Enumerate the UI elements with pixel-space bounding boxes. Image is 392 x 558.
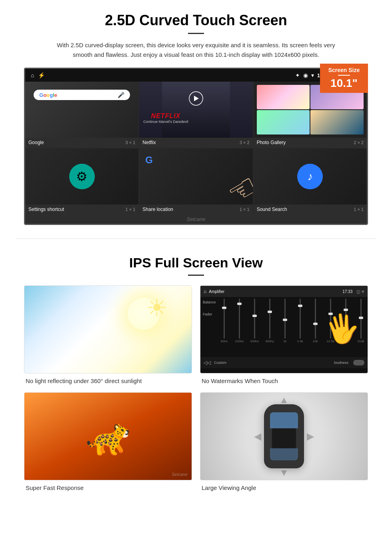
cheetah-image: 🐆 Seicane (24, 392, 192, 480)
photo-thumb-3 (257, 110, 310, 134)
netflix-play-button[interactable] (189, 91, 203, 106)
amp-title: Amplifier (209, 289, 224, 294)
screen-size-badge: Screen Size 10.1" (320, 64, 368, 93)
settings-tile-inner: ⚙ (25, 149, 138, 205)
cheetah-emoji: 🐆 (86, 415, 130, 458)
sound-search-circle: ♪ (297, 164, 323, 189)
share-tile-bg: G (139, 149, 252, 205)
sound-search-name: Sound Search (257, 207, 287, 212)
cheetah-label: Super Fast Response (24, 484, 192, 491)
status-bar: ⌂ ⚡ ✦ ◉ ▾ 15:06 ◫ ♪ ✕ ▭ (25, 69, 367, 82)
section1-divider (188, 33, 204, 34)
photo-gallery-size: 2 × 2 (354, 140, 364, 145)
feature-cheetah: 🐆 Seicane Super Fast Response (24, 392, 192, 491)
seicane-watermark-1: Seicane (25, 215, 367, 224)
google-search-bar[interactable]: Google 🎤 (34, 90, 130, 100)
amp-custom-label: Custom (214, 361, 226, 365)
netflix-app-name: Netflix (142, 140, 156, 145)
google-tile-bg: Google 🎤 (25, 82, 138, 138)
settings-gear-circle: ⚙ (69, 164, 95, 189)
netflix-logo: NETFLIX (143, 112, 188, 120)
share-location-label: Share location 1 × 1 (139, 205, 252, 215)
amp-fader-label: Fader (203, 312, 216, 316)
sunlight-image (24, 285, 192, 373)
google-tile-label: Google 3 × 1 (25, 138, 138, 148)
amplifier-label: No Watermarks When Touch (200, 377, 368, 384)
location-icon: ◉ (303, 72, 308, 78)
wifi-icon: ▾ (311, 72, 314, 78)
settings-tile[interactable]: ⚙ Settings shortcut 1 × 1 (25, 149, 138, 215)
sunlight-label: No light reflecting under 360° direct su… (24, 377, 192, 384)
netflix-tile-bg: NETFLIX Continue Marvel's Daredevil (139, 82, 252, 138)
bluetooth-icon: ✦ (295, 72, 300, 78)
status-left-icons: ⌂ ⚡ (31, 72, 45, 78)
google-tile-inner: Google 🎤 (25, 82, 138, 138)
google-mic-icon[interactable]: 🎤 (118, 92, 124, 98)
google-app-name: Google (28, 140, 44, 145)
amplifier-visual: ⌂ Amplifier 17:33 ◫ ✕ Balance Fader (200, 286, 368, 373)
eq-bar-2-5k: 2.5k (293, 299, 307, 343)
share-location-size: 1 × 1 (240, 207, 250, 212)
android-screen: ⌂ ⚡ ✦ ◉ ▾ 15:06 ◫ ♪ ✕ ▭ (24, 68, 368, 225)
car-windshield (270, 412, 298, 428)
share-location-name: Share location (142, 207, 173, 212)
badge-size: 10.1" (326, 77, 362, 90)
arrow-top-icon: ▲ (279, 394, 289, 405)
feature-sunlight: No light reflecting under 360° direct su… (24, 285, 192, 384)
netflix-subtitle: Continue Marvel's Daredevil (143, 120, 188, 124)
photo-gallery-label: Photo Gallery 2 × 2 (254, 138, 367, 148)
section1-title: 2.5D Curved Touch Screen (24, 12, 368, 29)
badge-dash (338, 75, 350, 76)
google-app-tile[interactable]: Google 🎤 Google 3 × 1 (25, 82, 138, 148)
amp-balance-label: Balance (203, 300, 216, 304)
photo-thumb-4 (310, 110, 364, 134)
car-rear-window (270, 448, 298, 460)
google-app-size: 3 × 1 (126, 140, 136, 145)
section-curved-screen: 2.5D Curved Touch Screen With 2.5D curve… (0, 0, 392, 235)
photo-gallery-name: Photo Gallery (257, 140, 286, 145)
app-grid: Google 🎤 Google 3 × 1 (25, 82, 367, 215)
share-location-tile[interactable]: G ☞ Share location 1 × 1 (139, 149, 252, 215)
home-icon[interactable]: ⌂ (31, 72, 34, 78)
arrow-bottom-icon: ▼ (279, 467, 289, 478)
amplifier-image: ⌂ Amplifier 17:33 ◫ ✕ Balance Fader (200, 285, 368, 373)
netflix-person-bg (162, 82, 230, 138)
amp-footer: ◁◁ Custom loudness (200, 357, 368, 368)
car-visual: ▲ ▼ ◀ ▶ (200, 393, 368, 480)
section1-description: With 2.5D curved-display screen, this de… (56, 40, 336, 60)
section-divider (16, 239, 376, 239)
sound-search-label: Sound Search 1 × 1 (254, 205, 367, 215)
amp-icons: ◫ ✕ (356, 289, 364, 294)
amp-labels: Balance Fader (200, 297, 216, 357)
photo-thumb-1 (257, 85, 310, 109)
netflix-tile-label: Netflix 3 × 2 (139, 138, 252, 148)
amp-loudness-toggle[interactable] (353, 360, 364, 365)
car-image: ▲ ▼ ◀ ▶ (200, 392, 368, 480)
settings-app-name: Settings shortcut (28, 207, 64, 212)
feature-car: ▲ ▼ ◀ ▶ Large Viewing Angle (200, 392, 368, 491)
netflix-app-tile[interactable]: NETFLIX Continue Marvel's Daredevil Netf… (139, 82, 252, 148)
arrow-left-icon: ◀ (254, 431, 261, 442)
screen-mockup-container: Screen Size 10.1" ⌂ ⚡ ✦ ◉ ▾ 15:06 ◫ ♪ ✕ (24, 68, 368, 225)
netflix-tile-inner: NETFLIX Continue Marvel's Daredevil (139, 82, 252, 138)
settings-tile-bg: ⚙ (25, 149, 138, 205)
sky-visual (24, 286, 192, 373)
section2-title: IPS Full Screen View (24, 255, 368, 271)
eq-bar-500hz: 500hz (263, 299, 276, 343)
maps-g-icon: G (145, 153, 153, 166)
car-body (264, 404, 304, 468)
eq-bar-60hz: 60hz (218, 299, 231, 343)
arrow-right-icon: ▶ (307, 431, 314, 442)
settings-app-size: 1 × 1 (126, 207, 136, 212)
amp-loudness-label: loudness (334, 361, 348, 365)
usb-icon: ⚡ (38, 72, 45, 78)
sound-search-tile[interactable]: ♪ Sound Search 1 × 1 (254, 149, 367, 215)
amp-status-bar: ⌂ Amplifier 17:33 ◫ ✕ (200, 286, 368, 297)
share-location-inner: G ☞ (139, 149, 252, 205)
feature-amplifier: ⌂ Amplifier 17:33 ◫ ✕ Balance Fader (200, 285, 368, 384)
car-label: Large Viewing Angle (200, 484, 368, 491)
google-logo: Google (39, 92, 57, 98)
eq-bar-100hz: 100hz (232, 299, 246, 343)
netflix-logo-area: NETFLIX Continue Marvel's Daredevil (143, 112, 188, 124)
music-note-icon: ♪ (307, 170, 313, 183)
